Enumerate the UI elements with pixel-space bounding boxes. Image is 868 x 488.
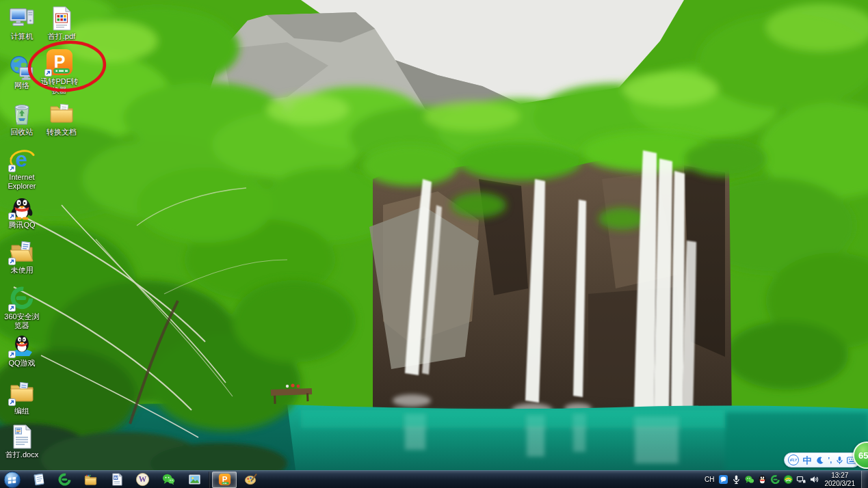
taskbar-button-photo-viewer[interactable] <box>182 472 207 488</box>
desktop-icon-label: 腾讯QQ <box>8 221 35 230</box>
start-button[interactable] <box>3 471 21 488</box>
desktop-icon-label: 回收站 <box>11 128 34 137</box>
desktop-icon-label: QQ游戏 <box>8 359 35 368</box>
volume-tray-icon[interactable] <box>809 474 819 485</box>
qq-tray-icon[interactable] <box>757 474 767 485</box>
taskbar-button-wiznote[interactable]: W <box>130 472 155 488</box>
desktop-icon-internet-explorer[interactable]: e Internet Explorer <box>1 145 42 191</box>
desktop-icon-pdf-file[interactable]: 首打.pdf <box>41 4 82 41</box>
desktop-icon-label: Internet Explorer <box>1 173 42 191</box>
desktop-icon-label: 网络 <box>14 81 29 90</box>
pdf-converter-icon: P <box>218 472 232 487</box>
desktop-icon-computer[interactable]: 计算机 <box>1 4 42 41</box>
voice-input-icon[interactable] <box>836 456 843 465</box>
shortcut-arrow-icon <box>8 213 16 220</box>
qq-games-icon <box>8 331 36 358</box>
shortcut-arrow-icon <box>8 304 16 312</box>
converter-p-glyph: P <box>222 475 227 483</box>
desktop-icon-recycle-bin[interactable]: 回收站 <box>1 100 42 137</box>
desktop-icon-pdf-converter[interactable]: P 迅转PDF转换器 <box>39 46 80 95</box>
desktop-icon-docx-file[interactable]: 首打.docx <box>1 422 42 459</box>
network-icon <box>8 53 36 81</box>
desktop-icon-convert-folder[interactable]: 转换文档 <box>41 100 82 137</box>
clock-date: 2020/3/21 <box>825 480 856 488</box>
ime-toolbar[interactable]: iFLY 中 ’, <box>784 452 860 467</box>
word-document-icon <box>8 422 36 450</box>
system-tray: CH <box>705 471 868 488</box>
recycle-bin-icon <box>8 100 36 127</box>
notepad-icon <box>31 472 46 487</box>
folder-icon <box>48 100 75 127</box>
desktop-icon-label: 首打.pdf <box>48 32 75 41</box>
taskbar-button-pdf-converter[interactable]: P <box>212 472 237 488</box>
desktop-icon-label: 计算机 <box>11 32 34 41</box>
360-browser-icon <box>8 284 36 312</box>
shortcut-arrow-icon <box>44 69 52 77</box>
qq-penguin-icon <box>8 193 36 220</box>
clock[interactable]: 13:27 2020/3/21 <box>825 472 856 488</box>
ifly-logo-icon[interactable]: iFLY <box>788 455 799 465</box>
wiznote-w-glyph: W <box>138 475 146 483</box>
computer-icon <box>8 4 36 31</box>
folder-shortcut-icon <box>8 379 36 406</box>
taskbar-button-word[interactable]: W <box>104 472 129 488</box>
desktop-icon-label: 未使用 <box>11 266 34 275</box>
show-desktop-button[interactable] <box>861 471 868 488</box>
explorer-folder-icon <box>83 472 98 487</box>
wechat-tray-icon[interactable] <box>744 474 754 485</box>
desktop-icon-label: 编组 <box>14 407 29 416</box>
word-w-glyph: W <box>114 476 118 480</box>
pdf-document-icon <box>48 4 75 31</box>
wallpaper-waterfall-scene <box>0 0 868 470</box>
desktop-icon-360-browser[interactable]: 360安全浏览器 <box>1 284 42 330</box>
network-tray-icon[interactable] <box>796 474 806 485</box>
taskbar-button-windows-explorer[interactable] <box>78 472 103 488</box>
360-safety-tray-icon[interactable] <box>783 474 793 485</box>
converter-p-glyph: P <box>54 52 66 71</box>
desktop-icon-label: 首打.docx <box>5 450 38 459</box>
desktop-icon-qq-games[interactable]: QQ游戏 <box>1 331 42 368</box>
taskbar-button-360-browser[interactable] <box>52 472 77 488</box>
taskbar-separator <box>209 472 210 488</box>
punctuation-button[interactable]: ’, <box>828 457 832 464</box>
open-folder-icon <box>8 238 36 265</box>
chinese-mode-button[interactable]: 中 <box>802 456 811 465</box>
360-browser-tray-icon[interactable] <box>770 474 780 485</box>
desktop-icon-network[interactable]: 网络 <box>1 53 42 90</box>
clock-time: 13:27 <box>825 472 856 480</box>
desktop: 计算机 首打.pdf <box>0 0 868 488</box>
taskbar-button-wechat[interactable] <box>156 472 181 488</box>
desktop-icon-label: 360安全浏览器 <box>1 312 42 330</box>
shortcut-arrow-icon <box>8 165 16 172</box>
ifly-input-tray-icon[interactable] <box>718 474 728 485</box>
microphone-tray-icon[interactable] <box>731 474 741 485</box>
paint-palette-icon <box>244 472 258 487</box>
desktop-icon-group-folder[interactable]: 编组 <box>1 379 42 416</box>
language-indicator[interactable]: CH <box>705 476 714 483</box>
shortcut-arrow-icon <box>8 351 16 358</box>
wiznote-icon: W <box>135 472 150 487</box>
memory-usage-value: 65 <box>858 450 868 461</box>
shortcut-arrow-icon <box>8 258 16 265</box>
360-browser-icon <box>57 472 72 487</box>
desktop-icon-unused-folder[interactable]: 未使用 <box>1 238 42 275</box>
pdf-converter-icon: P <box>44 46 75 77</box>
photo-viewer-icon <box>187 472 202 487</box>
night-mode-icon[interactable] <box>815 456 824 465</box>
shortcut-arrow-icon <box>8 398 16 406</box>
desktop-icon-tencent-qq[interactable]: 腾讯QQ <box>1 193 42 230</box>
word-icon: W <box>109 472 124 487</box>
ifly-brand-label: iFLY <box>790 458 797 462</box>
taskbar-button-paint[interactable] <box>238 472 263 488</box>
desktop-icon-label: 转换文档 <box>47 128 77 137</box>
taskbar: W W <box>0 470 868 488</box>
wechat-icon <box>161 472 176 487</box>
taskbar-button-notepad[interactable] <box>26 472 51 488</box>
desktop-icon-label: 迅转PDF转换器 <box>39 77 80 95</box>
internet-explorer-icon: e <box>8 145 36 172</box>
